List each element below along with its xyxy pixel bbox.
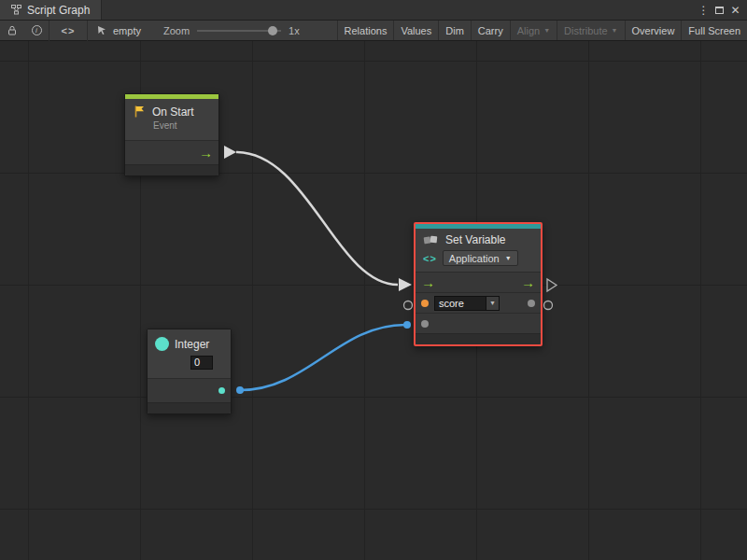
values-button[interactable]: Values bbox=[393, 21, 438, 40]
flag-icon bbox=[133, 105, 147, 119]
maximize-icon[interactable] bbox=[712, 0, 727, 20]
name-port-row: score ▼ bbox=[416, 292, 541, 313]
node-title: Integer bbox=[175, 338, 209, 351]
graph-toolbar: i <> empty Zoom 1x Relations Values Dim … bbox=[0, 21, 747, 41]
flow-output-port[interactable]: → bbox=[521, 275, 535, 289]
tab-label: Script Graph bbox=[27, 4, 90, 17]
flow-input-port[interactable]: → bbox=[421, 275, 435, 289]
value-output-port[interactable] bbox=[528, 300, 535, 307]
flow-arrowhead[interactable] bbox=[399, 278, 412, 291]
relations-button[interactable]: Relations bbox=[337, 21, 394, 40]
toolbar-buttons: Relations Values Dim Carry Align▼ Distri… bbox=[337, 21, 747, 40]
fullscreen-button[interactable]: Full Screen bbox=[681, 21, 747, 40]
titlebar: Script Graph ⋮ ✕ bbox=[0, 0, 747, 21]
script-graph-window: Script Graph ⋮ ✕ i <> empty Z bbox=[0, 0, 747, 560]
window-controls: ⋮ ✕ bbox=[696, 0, 747, 20]
node-title: On Start bbox=[152, 105, 194, 119]
flow-port-row: → → bbox=[416, 272, 541, 292]
variables-icon bbox=[423, 234, 440, 246]
scope-label: Application bbox=[449, 253, 500, 264]
variable-scope-dropdown[interactable]: Application ▼ bbox=[443, 250, 518, 266]
pointer-icon bbox=[97, 25, 107, 35]
node-on-start[interactable]: On Start Event → bbox=[124, 93, 219, 176]
node-header[interactable]: On Start Event bbox=[125, 99, 218, 140]
integer-output-port[interactable] bbox=[218, 387, 225, 394]
carry-button[interactable]: Carry bbox=[471, 21, 510, 40]
node-title: Set Variable bbox=[445, 233, 505, 246]
flow-output-port[interactable]: → bbox=[199, 146, 213, 160]
caret-down-icon: ▼ bbox=[543, 27, 550, 34]
caret-down-icon[interactable]: ▼ bbox=[486, 297, 499, 310]
overview-button[interactable]: Overview bbox=[625, 21, 682, 40]
name-input-external-port[interactable] bbox=[404, 301, 413, 310]
node-set-variable[interactable]: Set Variable <> Application ▼ → → score bbox=[414, 222, 543, 346]
distribute-button[interactable]: Distribute▼ bbox=[557, 21, 624, 40]
caret-down-icon: ▼ bbox=[612, 27, 618, 34]
zoom-slider-knob[interactable] bbox=[268, 26, 277, 35]
name-input-port[interactable] bbox=[421, 300, 429, 307]
value-port-row bbox=[416, 313, 541, 333]
maximize-glyph bbox=[715, 7, 724, 14]
variable-name-field[interactable]: score ▼ bbox=[434, 296, 500, 311]
node-header[interactable]: Integer 0 bbox=[148, 329, 231, 378]
node-footer bbox=[125, 164, 218, 175]
flow-output-external-port[interactable] bbox=[547, 279, 557, 291]
node-footer bbox=[416, 333, 541, 344]
value-input-port[interactable] bbox=[421, 320, 429, 328]
wire-endpoint-dot[interactable] bbox=[236, 386, 244, 394]
node-integer[interactable]: Integer 0 bbox=[147, 329, 232, 414]
tab-script-graph[interactable]: Script Graph bbox=[0, 0, 102, 20]
node-subtitle: Event bbox=[153, 120, 211, 131]
object-type-icon: <> bbox=[423, 253, 437, 264]
value-output-external-port[interactable] bbox=[544, 301, 553, 310]
align-button[interactable]: Align▼ bbox=[510, 21, 557, 40]
flow-source-triangle[interactable] bbox=[224, 146, 236, 159]
menu-icon[interactable]: ⋮ bbox=[696, 0, 712, 20]
lock-glyph bbox=[7, 25, 17, 35]
selection-label: empty bbox=[113, 25, 141, 36]
code-view-icon[interactable]: <> bbox=[49, 21, 87, 40]
lock-icon[interactable] bbox=[0, 21, 24, 40]
selection-indicator[interactable]: empty bbox=[88, 21, 150, 40]
variable-name-value: score bbox=[435, 298, 486, 309]
caret-down-icon: ▼ bbox=[505, 255, 512, 261]
integer-type-icon bbox=[155, 337, 169, 351]
port-row bbox=[148, 378, 231, 402]
info-icon[interactable]: i bbox=[24, 21, 49, 40]
graph-icon bbox=[11, 5, 21, 15]
port-row: → bbox=[125, 140, 218, 164]
close-icon[interactable]: ✕ bbox=[727, 0, 743, 20]
graph-canvas[interactable]: On Start Event → Set Variable bbox=[0, 41, 747, 560]
node-footer bbox=[148, 402, 231, 413]
zoom-value: 1x bbox=[289, 25, 300, 36]
node-header[interactable]: Set Variable <> Application ▼ bbox=[416, 229, 541, 272]
integer-value-field[interactable]: 0 bbox=[190, 356, 213, 370]
dim-button[interactable]: Dim bbox=[438, 21, 471, 40]
wire-endpoint-dot[interactable] bbox=[403, 321, 411, 329]
wire-integer-to-setvariable[interactable] bbox=[240, 325, 405, 390]
info-glyph: i bbox=[32, 25, 42, 35]
wire-onstart-to-setvariable[interactable] bbox=[236, 152, 398, 285]
zoom-label: Zoom bbox=[163, 25, 190, 36]
zoom-slider[interactable] bbox=[197, 30, 281, 32]
